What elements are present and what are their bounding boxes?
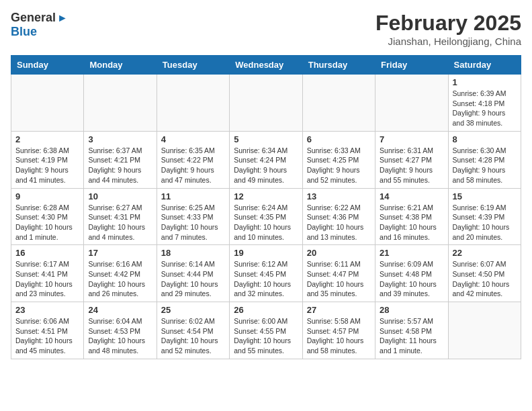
day-detail: Sunrise: 6:28 AM Sunset: 4:30 PM Dayligh… (15, 203, 79, 242)
calendar-cell: 14Sunrise: 6:21 AM Sunset: 4:38 PM Dayli… (375, 188, 448, 245)
calendar-cell: 4Sunrise: 6:35 AM Sunset: 4:22 PM Daylig… (157, 131, 229, 188)
day-number: 22 (453, 248, 517, 258)
calendar-cell (84, 75, 157, 132)
calendar-cell: 28Sunrise: 5:57 AM Sunset: 4:58 PM Dayli… (375, 302, 448, 359)
calendar-cell: 16Sunrise: 6:17 AM Sunset: 4:41 PM Dayli… (11, 245, 84, 302)
logo-blue: Blue (11, 25, 37, 38)
day-number: 2 (15, 134, 79, 144)
day-detail: Sunrise: 5:58 AM Sunset: 4:57 PM Dayligh… (307, 316, 371, 356)
day-detail: Sunrise: 6:37 AM Sunset: 4:21 PM Dayligh… (88, 146, 152, 185)
day-detail: Sunrise: 6:34 AM Sunset: 4:24 PM Dayligh… (234, 146, 298, 185)
day-detail: Sunrise: 6:24 AM Sunset: 4:35 PM Dayligh… (234, 203, 298, 242)
calendar-cell (157, 75, 229, 132)
day-detail: Sunrise: 6:21 AM Sunset: 4:38 PM Dayligh… (380, 203, 443, 242)
weekday-header-monday: Monday (84, 56, 157, 75)
calendar-cell: 25Sunrise: 6:02 AM Sunset: 4:54 PM Dayli… (157, 302, 229, 359)
calendar-cell: 26Sunrise: 6:00 AM Sunset: 4:55 PM Dayli… (230, 302, 302, 359)
calendar-cell: 12Sunrise: 6:24 AM Sunset: 4:35 PM Dayli… (230, 188, 302, 245)
calendar-cell: 19Sunrise: 6:12 AM Sunset: 4:45 PM Dayli… (230, 245, 302, 302)
day-number: 15 (453, 191, 517, 201)
day-detail: Sunrise: 6:39 AM Sunset: 4:18 PM Dayligh… (453, 89, 517, 128)
weekday-header-sunday: Sunday (11, 56, 84, 75)
day-detail: Sunrise: 6:31 AM Sunset: 4:27 PM Dayligh… (380, 146, 443, 185)
day-number: 10 (88, 191, 152, 201)
weekday-header-saturday: Saturday (448, 56, 521, 75)
calendar-cell: 10Sunrise: 6:27 AM Sunset: 4:31 PM Dayli… (84, 188, 157, 245)
day-number: 7 (380, 134, 443, 144)
logo: General► Blue (11, 11, 68, 39)
day-detail: Sunrise: 6:38 AM Sunset: 4:19 PM Dayligh… (15, 146, 79, 185)
logo-general: General (11, 11, 56, 24)
weekday-header-thursday: Thursday (302, 56, 375, 75)
day-number: 21 (380, 248, 443, 258)
day-detail: Sunrise: 6:33 AM Sunset: 4:25 PM Dayligh… (307, 146, 371, 185)
weekday-header-row: SundayMondayTuesdayWednesdayThursdayFrid… (11, 56, 521, 75)
weekday-header-wednesday: Wednesday (230, 56, 302, 75)
day-detail: Sunrise: 6:27 AM Sunset: 4:31 PM Dayligh… (88, 203, 152, 242)
week-row-0: 1Sunrise: 6:39 AM Sunset: 4:18 PM Daylig… (11, 75, 521, 132)
day-number: 19 (234, 248, 298, 258)
day-detail: Sunrise: 6:14 AM Sunset: 4:44 PM Dayligh… (161, 259, 225, 299)
day-number: 3 (88, 134, 152, 144)
calendar-cell (302, 75, 375, 132)
day-number: 1 (453, 77, 517, 87)
week-row-1: 2Sunrise: 6:38 AM Sunset: 4:19 PM Daylig… (11, 131, 521, 188)
day-number: 4 (161, 134, 225, 144)
day-number: 6 (307, 134, 371, 144)
day-detail: Sunrise: 6:25 AM Sunset: 4:33 PM Dayligh… (161, 203, 225, 242)
day-detail: Sunrise: 6:19 AM Sunset: 4:39 PM Dayligh… (453, 203, 517, 242)
calendar-cell: 11Sunrise: 6:25 AM Sunset: 4:33 PM Dayli… (157, 188, 229, 245)
calendar-cell: 20Sunrise: 6:11 AM Sunset: 4:47 PM Dayli… (302, 245, 375, 302)
location-subtitle: Jianshan, Heilongjiang, China (375, 36, 521, 47)
page-header: General► Blue February 2025 Jianshan, He… (11, 11, 521, 47)
day-number: 9 (15, 191, 79, 201)
day-detail: Sunrise: 6:12 AM Sunset: 4:45 PM Dayligh… (234, 259, 298, 299)
calendar-cell (448, 302, 521, 359)
day-number: 24 (88, 305, 152, 315)
day-detail: Sunrise: 6:04 AM Sunset: 4:53 PM Dayligh… (88, 316, 152, 356)
calendar-cell: 7Sunrise: 6:31 AM Sunset: 4:27 PM Daylig… (375, 131, 448, 188)
day-number: 27 (307, 305, 371, 315)
calendar-cell: 13Sunrise: 6:22 AM Sunset: 4:36 PM Dayli… (302, 188, 375, 245)
day-detail: Sunrise: 6:11 AM Sunset: 4:47 PM Dayligh… (307, 259, 371, 299)
day-number: 28 (380, 305, 443, 315)
day-detail: Sunrise: 6:00 AM Sunset: 4:55 PM Dayligh… (234, 316, 298, 356)
day-number: 11 (161, 191, 225, 201)
calendar-cell: 23Sunrise: 6:06 AM Sunset: 4:51 PM Dayli… (11, 302, 84, 359)
calendar-cell: 2Sunrise: 6:38 AM Sunset: 4:19 PM Daylig… (11, 131, 84, 188)
calendar-cell: 9Sunrise: 6:28 AM Sunset: 4:30 PM Daylig… (11, 188, 84, 245)
calendar-cell: 15Sunrise: 6:19 AM Sunset: 4:39 PM Dayli… (448, 188, 521, 245)
calendar-cell: 6Sunrise: 6:33 AM Sunset: 4:25 PM Daylig… (302, 131, 375, 188)
day-number: 25 (161, 305, 225, 315)
week-row-4: 23Sunrise: 6:06 AM Sunset: 4:51 PM Dayli… (11, 302, 521, 359)
day-number: 20 (307, 248, 371, 258)
day-number: 18 (161, 248, 225, 258)
day-detail: Sunrise: 6:09 AM Sunset: 4:48 PM Dayligh… (380, 259, 443, 299)
week-row-3: 16Sunrise: 6:17 AM Sunset: 4:41 PM Dayli… (11, 245, 521, 302)
calendar-cell: 1Sunrise: 6:39 AM Sunset: 4:18 PM Daylig… (448, 75, 521, 132)
calendar-cell: 22Sunrise: 6:07 AM Sunset: 4:50 PM Dayli… (448, 245, 521, 302)
calendar-cell: 18Sunrise: 6:14 AM Sunset: 4:44 PM Dayli… (157, 245, 229, 302)
day-detail: Sunrise: 6:02 AM Sunset: 4:54 PM Dayligh… (161, 316, 225, 356)
calendar-cell: 5Sunrise: 6:34 AM Sunset: 4:24 PM Daylig… (230, 131, 302, 188)
day-detail: Sunrise: 6:07 AM Sunset: 4:50 PM Dayligh… (453, 259, 517, 299)
logo-icon: ► (57, 12, 68, 24)
calendar-cell: 3Sunrise: 6:37 AM Sunset: 4:21 PM Daylig… (84, 131, 157, 188)
day-number: 16 (15, 248, 79, 258)
weekday-header-friday: Friday (375, 56, 448, 75)
day-number: 14 (380, 191, 443, 201)
day-number: 23 (15, 305, 79, 315)
day-number: 5 (234, 134, 298, 144)
calendar-cell (11, 75, 84, 132)
month-title: February 2025 (375, 11, 521, 36)
day-number: 26 (234, 305, 298, 315)
day-detail: Sunrise: 6:06 AM Sunset: 4:51 PM Dayligh… (15, 316, 79, 356)
day-number: 12 (234, 191, 298, 201)
calendar-cell (375, 75, 448, 132)
calendar-cell (230, 75, 302, 132)
calendar-cell: 8Sunrise: 6:30 AM Sunset: 4:28 PM Daylig… (448, 131, 521, 188)
day-detail: Sunrise: 6:30 AM Sunset: 4:28 PM Dayligh… (453, 146, 517, 185)
calendar-cell: 21Sunrise: 6:09 AM Sunset: 4:48 PM Dayli… (375, 245, 448, 302)
title-area: February 2025 Jianshan, Heilongjiang, Ch… (375, 11, 521, 47)
calendar-cell: 17Sunrise: 6:16 AM Sunset: 4:42 PM Dayli… (84, 245, 157, 302)
